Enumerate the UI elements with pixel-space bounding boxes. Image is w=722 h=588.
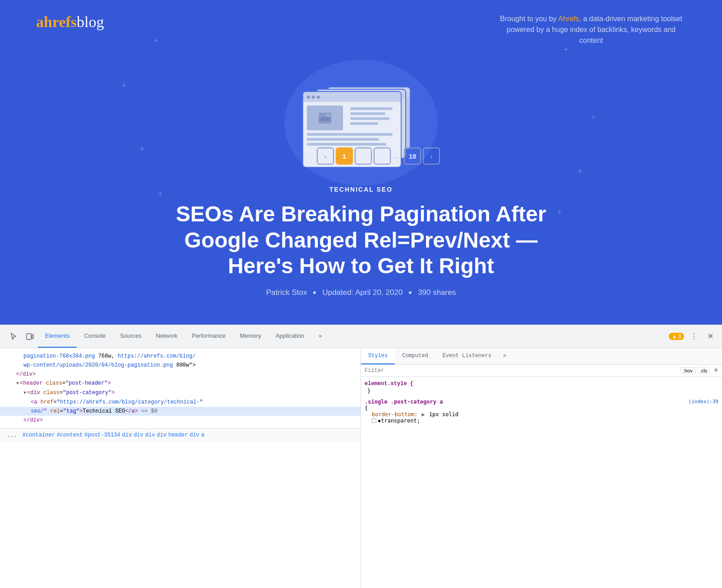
devtools-body: pagination-768x384.png 768w, https://ahr…: [0, 348, 722, 588]
closing-div-tag: </div>: [16, 371, 36, 377]
svg-rect-3: [27, 334, 31, 340]
rule1-prop: border-bottom:: [372, 411, 417, 418]
rule1-origin-link[interactable]: (index):39: [689, 399, 718, 404]
html-line-2[interactable]: wp-content/uploads/2020/04/blog-paginati…: [0, 361, 361, 370]
tab-memory[interactable]: Memory: [233, 325, 268, 348]
div-close: >: [111, 390, 115, 396]
element-style-selector: element.style {: [365, 381, 718, 387]
more-options-btn[interactable]: ⋮: [688, 330, 700, 343]
updated-date: Updated: April 20, 2020: [322, 288, 403, 297]
styles-filter-input[interactable]: [365, 368, 677, 374]
close-devtools-btn[interactable]: ✕: [704, 330, 717, 343]
breadcrumb-div-2[interactable]: div: [134, 432, 143, 438]
div-class-val: "post-category": [63, 390, 111, 396]
next-page-btn[interactable]: ›: [423, 147, 440, 165]
pagination-area: ‹ 1 2 3 ... 18 ›: [317, 147, 440, 165]
styles-tab-more[interactable]: »: [499, 348, 511, 364]
text-lines: [350, 106, 397, 130]
styles-tabs: Styles Computed Event Listeners »: [361, 348, 722, 365]
tab-styles[interactable]: Styles: [361, 348, 395, 364]
warning-badge[interactable]: ▲ 3: [669, 333, 684, 340]
rule1-property-line: border-bottom: ▶ 1px solid: [365, 411, 718, 418]
prev-page-btn[interactable]: ‹: [317, 147, 334, 165]
tab-network[interactable]: Network: [149, 325, 185, 348]
rule1-origin: (index):39: [689, 399, 718, 404]
breadcrumb-ellipsis: ...: [4, 430, 21, 440]
browser-window-front: ‹ 1 2 3 ... 18 ›: [302, 91, 402, 168]
header-tag: <header: [20, 380, 46, 386]
a-text: Technical SEO: [83, 408, 125, 414]
breadcrumb-div-3[interactable]: div: [145, 432, 155, 438]
blog-section: + + + + + + + + ahrefs blog Brought to y…: [0, 0, 722, 325]
rule1-selector: .single .post-category a: [365, 399, 443, 405]
html-line-4[interactable]: ▼<header class="post-header">: [0, 379, 361, 388]
line-text-1: 768w,: [95, 353, 117, 359]
decoration-plus-3: +: [140, 144, 145, 154]
cursor-icon-btn[interactable]: [5, 328, 22, 345]
dot-8: [312, 96, 315, 99]
triangle-5: ▼: [23, 390, 26, 395]
html-line-8[interactable]: </div>: [0, 416, 361, 425]
device-icon-btn[interactable]: [22, 328, 38, 345]
breadcrumb-post[interactable]: #post-35134: [84, 432, 120, 438]
logo-ahrefs[interactable]: ahrefs: [36, 14, 77, 31]
page-2-btn[interactable]: 2: [355, 147, 372, 165]
a-tag: ": [44, 408, 50, 414]
html-line-3[interactable]: </div>: [0, 370, 361, 379]
hov-filter-btn[interactable]: :hov: [680, 367, 695, 374]
rule1-val: 1px solid: [429, 411, 458, 418]
page-1-btn[interactable]: 1: [336, 147, 353, 165]
tagline-link[interactable]: Ahrefs: [558, 15, 579, 23]
breadcrumb-container[interactable]: #container: [23, 432, 55, 438]
header-close: >: [107, 380, 111, 386]
breadcrumb-div-4[interactable]: div: [157, 432, 167, 438]
browser-content: [303, 102, 401, 152]
html-line-7[interactable]: seo/" rel="tag">Technical SEO</a> == $0: [0, 407, 361, 416]
class-val: "post-header": [65, 380, 108, 386]
tab-application[interactable]: Application: [268, 325, 312, 348]
href-val-1: "https://ahrefs.com/blog/category/techni…: [57, 399, 203, 405]
tab-more[interactable]: »: [311, 325, 329, 348]
browser-titlebar-front: [303, 92, 401, 102]
decoration-plus-6: +: [591, 113, 596, 122]
tab-event-listeners[interactable]: Event Listeners: [435, 348, 499, 364]
tab-computed[interactable]: Computed: [395, 348, 435, 364]
meta-dot-2: [409, 291, 412, 294]
link-text-2: https://ahrefs.com/blog/: [118, 353, 196, 359]
breadcrumb-header[interactable]: header: [168, 432, 188, 438]
html-line-6[interactable]: <a href="https://ahrefs.com/blog/categor…: [0, 398, 361, 407]
class-attr: class: [46, 380, 62, 386]
last-page-btn[interactable]: 18: [404, 147, 421, 165]
page-3-btn[interactable]: 3: [374, 147, 391, 165]
article-area: TECHNICAL SEO SEOs Are Breaking Paginati…: [122, 186, 600, 297]
svg-rect-4: [32, 335, 33, 339]
add-style-btn[interactable]: +: [713, 367, 718, 375]
html-line-5[interactable]: ▼<div class="post-category">: [0, 388, 361, 398]
link-text-3: wp-content/uploads/2020/04/blog-paginati…: [23, 362, 173, 368]
page-ellipsis: ...: [393, 152, 402, 160]
decoration-plus-5: +: [564, 45, 569, 55]
rule1-brace-open: {: [365, 405, 718, 411]
rel-attr: rel: [50, 408, 60, 414]
html-line-1[interactable]: pagination-768x384.png 768w, https://ahr…: [0, 352, 361, 361]
cls-filter-btn[interactable]: .cls: [697, 367, 710, 374]
tab-sources[interactable]: Sources: [113, 325, 149, 348]
element-style-close: }: [367, 388, 718, 394]
tab-performance[interactable]: Performance: [185, 325, 232, 348]
breadcrumb-div-1[interactable]: div: [122, 432, 132, 438]
rule1-triangle[interactable]: ▶: [421, 411, 425, 418]
breadcrumb-content[interactable]: #content: [57, 432, 83, 438]
styles-content: element.style { } .single .post-category…: [361, 377, 722, 588]
category-label[interactable]: TECHNICAL SEO: [158, 186, 564, 193]
breadcrumb-a[interactable]: a: [201, 432, 204, 438]
rule1-transparent-line: ▪transparent;: [365, 418, 718, 424]
tab-elements[interactable]: Elements: [38, 325, 77, 348]
elements-panel-content: pagination-768x384.png 768w, https://ahr…: [0, 348, 361, 428]
breadcrumb-div-5[interactable]: div: [190, 432, 199, 438]
blog-header: ahrefs blog Brought to you by Ahrefs, a …: [0, 0, 722, 46]
devtools-toolbar: Elements Console Sources Network Perform…: [0, 325, 722, 348]
tab-console[interactable]: Console: [77, 325, 113, 348]
rule1-selector-line: .single .post-category a (index):39: [365, 399, 718, 405]
color-swatch-transparent: [372, 418, 376, 423]
breadcrumb-bar: ... #container #content #post-35134 div …: [0, 428, 361, 441]
